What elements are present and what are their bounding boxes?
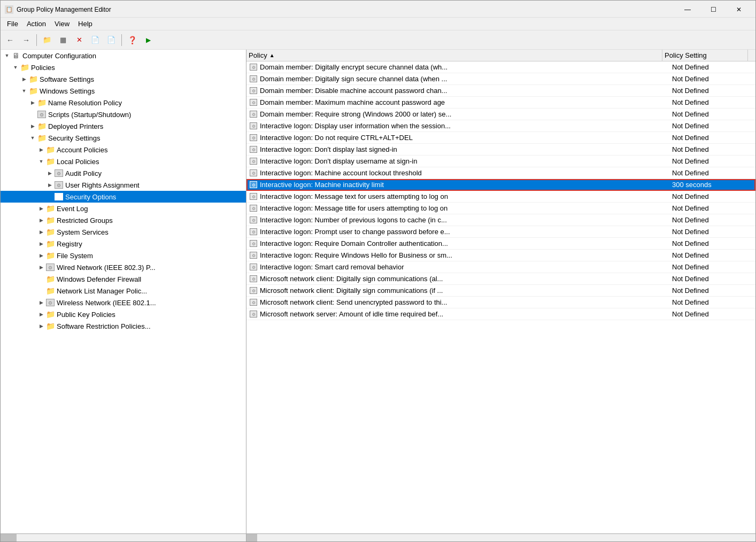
policy-icon: ⚙ [249, 64, 258, 71]
col-header-policy[interactable]: Policy ▲ [246, 50, 662, 61]
list-row[interactable]: ⚙Interactive logon: Display user informa… [246, 120, 755, 132]
tree-item-network-list[interactable]: 📁Network List Manager Polic... [1, 285, 246, 297]
back-button[interactable]: ← [3, 33, 18, 48]
tree-item-local-policies[interactable]: ▼📁Local Policies [1, 156, 246, 167]
tree-expand-icon[interactable]: ▶ [37, 241, 45, 246]
col-header-setting[interactable]: Policy Setting [662, 50, 748, 61]
tree-item-event-log[interactable]: ▶📁Event Log [1, 203, 246, 214]
list-row[interactable]: ⚙Interactive logon: Require Windows Hell… [246, 250, 755, 261]
tree-item-restricted-groups[interactable]: ▶📁Restricted Groups [1, 214, 246, 226]
close-button[interactable]: ✕ [727, 4, 751, 15]
grid-button[interactable]: ▦ [56, 33, 71, 48]
tree-expand-icon[interactable]: ▼ [28, 135, 37, 141]
tree-item-scripts[interactable]: ⚙Scripts (Startup/Shutdown) [1, 109, 246, 120]
tree-item-wired-network[interactable]: ▶⚙Wired Network (IEEE 802.3) P... [1, 261, 246, 273]
tree-item-wireless-network[interactable]: ▶⚙Wireless Network (IEEE 802.1... [1, 297, 246, 308]
tree-expand-icon[interactable]: ▶ [37, 312, 45, 317]
list-row[interactable]: ⚙Microsoft network client: Digitally sig… [246, 285, 755, 297]
tree-item-public-key[interactable]: ▶📁Public Key Policies [1, 308, 246, 320]
policy-cell: ⚙Interactive logon: Machine inactivity l… [246, 181, 670, 189]
tree-expand-icon[interactable]: ▶ [37, 206, 45, 211]
tree-item-label: Computer Configuration [22, 52, 96, 60]
tree-expand-icon[interactable]: ▶ [37, 229, 45, 235]
tree-expand-icon[interactable]: ▼ [3, 53, 11, 58]
tree-expand-icon[interactable]: ▶ [45, 171, 54, 176]
tree-item-deployed-printers[interactable]: ▶📁Deployed Printers [1, 120, 246, 132]
setting-cell: Not Defined [670, 145, 755, 153]
minimize-button[interactable]: — [675, 4, 700, 15]
list-row[interactable]: ⚙Interactive logon: Don't display last s… [246, 144, 755, 156]
list-row[interactable]: ⚙Interactive logon: Machine account lock… [246, 167, 755, 179]
tree-expand-icon[interactable]: ▶ [45, 182, 54, 188]
tree-expand-icon[interactable]: ▼ [11, 65, 20, 70]
tree-item-audit-policy[interactable]: ▶⚙Audit Policy [1, 167, 246, 179]
export-list-button[interactable]: 📄 [104, 33, 119, 48]
list-row[interactable]: ⚙Interactive logon: Prompt user to chang… [246, 226, 755, 238]
tree-item-windows-settings[interactable]: ▼📁Windows Settings [1, 85, 246, 97]
tree-item-policies[interactable]: ▼📁Policies [1, 61, 246, 73]
left-scrollbar[interactable] [1, 534, 246, 541]
list-row[interactable]: ⚙Microsoft network server: Amount of idl… [246, 308, 755, 320]
tree-item-registry[interactable]: ▶📁Registry [1, 238, 246, 250]
list-row[interactable]: ⚙Interactive logon: Message title for us… [246, 203, 755, 214]
tree-expand-icon[interactable]: ▶ [20, 76, 28, 82]
list-row[interactable]: ⚙Domain member: Disable machine account … [246, 85, 755, 97]
setting-cell: Not Defined [670, 110, 755, 118]
help-button[interactable]: ❓ [125, 33, 140, 48]
list-row[interactable]: ⚙Microsoft network client: Digitally sig… [246, 273, 755, 285]
policy-cell: ⚙Interactive logon: Require Windows Hell… [246, 251, 670, 259]
run-button[interactable]: ▶ [141, 33, 156, 48]
delete-button[interactable]: ✕ [72, 33, 87, 48]
menu-view[interactable]: View [50, 19, 74, 29]
tree-expand-icon[interactable]: ▶ [28, 123, 37, 129]
policy-icon: ⚙ [249, 299, 258, 306]
tree-expand-icon[interactable]: ▶ [28, 100, 37, 105]
policy-icon: ⚙ [249, 287, 258, 294]
tree-item-software-settings[interactable]: ▶📁Software Settings [1, 73, 246, 85]
properties-button[interactable]: 📄 [88, 33, 103, 48]
tree-expand-icon[interactable]: ▶ [37, 300, 45, 305]
tree-item-icon: ⚙ [54, 193, 64, 200]
list-row[interactable]: ⚙Domain member: Digitally encrypt secure… [246, 61, 755, 73]
list-row[interactable]: ⚙Microsoft network client: Send unencryp… [246, 297, 755, 308]
right-scrollbar[interactable] [246, 534, 755, 541]
menu-file[interactable]: File [3, 19, 22, 29]
list-row[interactable]: ⚙Domain member: Digitally sign secure ch… [246, 73, 755, 85]
policy-icon: ⚙ [249, 252, 258, 259]
tree-expand-icon[interactable]: ▶ [37, 253, 45, 258]
menu-help[interactable]: Help [74, 19, 97, 29]
list-row[interactable]: ⚙Interactive logon: Require Domain Contr… [246, 238, 755, 250]
list-row[interactable]: ⚙Interactive logon: Don't display userna… [246, 156, 755, 167]
tree-expand-icon[interactable]: ▶ [37, 218, 45, 223]
list-row[interactable]: ⚙Domain member: Require strong (Windows … [246, 109, 755, 120]
tree-item-security-settings[interactable]: ▼📁Security Settings [1, 132, 246, 144]
maximize-button[interactable]: ☐ [701, 4, 726, 15]
tree-item-computer-config[interactable]: ▼🖥Computer Configuration [1, 50, 246, 61]
tree-item-system-services[interactable]: ▶📁System Services [1, 226, 246, 238]
tree-item-file-system[interactable]: ▶📁File System [1, 250, 246, 261]
tree-expand-icon[interactable]: ▶ [37, 147, 45, 152]
tree-expand-icon[interactable]: ▼ [37, 159, 45, 164]
tree-item-security-options[interactable]: ⚙Security Options [1, 191, 246, 203]
tree-expand-icon[interactable]: ▶ [37, 265, 45, 270]
list-row[interactable]: ⚙Interactive logon: Number of previous l… [246, 214, 755, 226]
list-row[interactable]: ⚙Interactive logon: Do not require CTRL+… [246, 132, 755, 144]
list-row[interactable]: ⚙Interactive logon: Message text for use… [246, 191, 755, 203]
policy-name: Microsoft network client: Digitally sign… [260, 275, 443, 283]
folder-button[interactable]: 📁 [40, 33, 55, 48]
forward-button[interactable]: → [19, 33, 34, 48]
tree-item-windows-firewall[interactable]: 📁Windows Defender Firewall [1, 273, 246, 285]
policy-icon: ⚙ [249, 75, 258, 82]
menu-action[interactable]: Action [22, 19, 50, 29]
tree-expand-icon[interactable]: ▶ [37, 323, 45, 329]
tree-item-name-resolution[interactable]: ▶📁Name Resolution Policy [1, 97, 246, 109]
tree-item-software-restriction[interactable]: ▶📁Software Restriction Policies... [1, 320, 246, 332]
setting-cell: Not Defined [670, 122, 755, 130]
tree-item-account-policies[interactable]: ▶📁Account Policies [1, 144, 246, 156]
list-row[interactable]: ⚙Domain member: Maximum machine account … [246, 97, 755, 109]
tree-item-icon: 📁 [37, 98, 47, 107]
list-row[interactable]: ⚙Interactive logon: Smart card removal b… [246, 261, 755, 273]
tree-expand-icon[interactable]: ▼ [20, 88, 28, 94]
tree-item-user-rights[interactable]: ▶⚙User Rights Assignment [1, 179, 246, 191]
list-row[interactable]: ⚙Interactive logon: Machine inactivity l… [246, 179, 755, 191]
